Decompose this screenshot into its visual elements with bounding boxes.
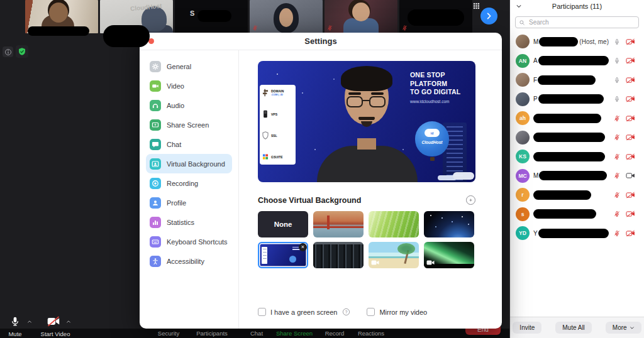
thumbnail-label: None bbox=[258, 211, 308, 237]
sidebar-item-statistics[interactable]: Statistics bbox=[146, 212, 232, 232]
vb-thumbnail-idcloudhost[interactable]: × bbox=[258, 242, 308, 268]
audio-options-chevron[interactable] bbox=[26, 319, 33, 324]
keyboard-icon bbox=[150, 236, 161, 248]
video-tile[interactable] bbox=[325, 0, 397, 33]
camera-off-icon bbox=[47, 316, 60, 327]
next-page-button[interactable] bbox=[480, 8, 497, 25]
video-options-chevron[interactable] bbox=[65, 319, 72, 324]
remove-background-icon[interactable]: × bbox=[299, 243, 307, 251]
gsuite-icon bbox=[262, 153, 269, 161]
name-redaction bbox=[538, 94, 604, 104]
vb-thumbnail-servers[interactable] bbox=[313, 242, 364, 268]
video-file-icon bbox=[426, 259, 435, 266]
sidebar-item-recording[interactable]: Recording bbox=[146, 173, 232, 193]
sidebar-item-share-screen[interactable]: Share Screen bbox=[146, 115, 232, 134]
participant-row[interactable]: ah bbox=[510, 109, 644, 128]
name-redaction bbox=[538, 75, 596, 85]
toolbar-participants[interactable]: Participants bbox=[196, 330, 228, 337]
participant-row[interactable]: P bbox=[510, 90, 644, 109]
banner-service-vps: VPS bbox=[262, 110, 293, 118]
vb-thumbnail-none[interactable]: None bbox=[258, 211, 308, 237]
sidebar-item-virtual-background[interactable]: Virtual Background bbox=[146, 154, 232, 173]
video-tile[interactable] bbox=[250, 0, 323, 33]
more-button[interactable]: More bbox=[606, 322, 641, 334]
participant-name bbox=[533, 114, 609, 123]
start-video-button[interactable] bbox=[47, 316, 60, 327]
mic-status-icon bbox=[614, 210, 620, 218]
info-icon bbox=[4, 48, 12, 56]
video-status-icon bbox=[626, 38, 635, 45]
name-redaction bbox=[533, 190, 591, 200]
participant-row[interactable]: M(Host, me) bbox=[510, 32, 644, 52]
mute-all-button[interactable]: Mute All bbox=[555, 322, 592, 334]
mic-status-icon bbox=[614, 172, 620, 180]
sidebar-item-label: Profile bbox=[167, 199, 186, 207]
encryption-badge[interactable] bbox=[16, 45, 28, 58]
mute-button[interactable] bbox=[10, 316, 20, 327]
vb-thumbnail-bridge[interactable] bbox=[313, 211, 364, 237]
participant-row[interactable]: KS bbox=[510, 147, 644, 166]
participant-name: M bbox=[533, 171, 609, 180]
checkbox[interactable] bbox=[258, 308, 266, 316]
toolbar-record[interactable]: Record bbox=[325, 330, 345, 337]
name-redaction bbox=[539, 171, 607, 180]
sslshield-icon bbox=[262, 131, 269, 139]
search-icon bbox=[519, 19, 525, 26]
participant-name: F bbox=[533, 75, 609, 85]
mic-icon bbox=[10, 316, 20, 327]
participant-row[interactable]: r bbox=[510, 185, 644, 205]
record-icon bbox=[150, 178, 161, 189]
mirror-video-checkbox[interactable]: Mirror my video bbox=[367, 308, 427, 316]
gallery-view-icon[interactable] bbox=[473, 3, 480, 9]
participant-row[interactable]: MCM bbox=[510, 166, 644, 186]
video-gallery-strip: CloudHostS bbox=[25, 0, 472, 33]
banner-website: www.idcloudhost.com bbox=[410, 99, 475, 104]
start-video-label[interactable]: Start Video bbox=[41, 330, 70, 337]
banner-line2: TO GO DIGITAL bbox=[410, 88, 475, 97]
banner-service-label: DOMAIN.COM | .ID bbox=[271, 89, 284, 96]
checkbox[interactable] bbox=[367, 308, 375, 316]
toolbar-reactions[interactable]: Reactions bbox=[358, 330, 384, 337]
vb-thumbnail-beach[interactable] bbox=[369, 242, 419, 268]
invite-button[interactable]: Invite bbox=[513, 322, 541, 334]
sidebar-item-keyboard-shortcuts[interactable]: Keyboard Shortcuts bbox=[146, 232, 232, 251]
vb-thumbnail-earth[interactable] bbox=[424, 211, 474, 237]
participant-name: A bbox=[533, 56, 609, 65]
participant-search[interactable] bbox=[515, 16, 639, 28]
avatar bbox=[516, 35, 530, 48]
mic-status-icon bbox=[614, 76, 620, 84]
banner-headline: ONE STOP PLATFORM TO GO DIGITAL www.idcl… bbox=[410, 71, 475, 104]
chat-icon bbox=[150, 139, 161, 150]
sidebar-item-label: Chat bbox=[167, 141, 181, 148]
participant-row[interactable]: s bbox=[510, 205, 644, 224]
sidebar-item-general[interactable]: General bbox=[146, 57, 232, 76]
collapse-panel-chevron[interactable] bbox=[516, 3, 522, 9]
sidebar-item-chat[interactable]: Chat bbox=[146, 134, 232, 154]
participant-row[interactable]: F bbox=[510, 70, 644, 90]
toolbar-security[interactable]: Security bbox=[158, 330, 179, 337]
video-status-icon bbox=[626, 115, 635, 122]
add-background-button[interactable] bbox=[466, 195, 475, 205]
sidebar-item-accessibility[interactable]: Accessibility bbox=[146, 251, 232, 271]
name-redaction bbox=[538, 56, 609, 65]
sidebar-item-video[interactable]: Video bbox=[146, 76, 232, 95]
sidebar-item-profile[interactable]: Profile bbox=[146, 193, 232, 212]
participant-row[interactable] bbox=[510, 128, 644, 148]
question-icon[interactable]: ? bbox=[342, 308, 350, 316]
svg-text:?: ? bbox=[345, 310, 348, 314]
mute-label[interactable]: Mute bbox=[8, 330, 21, 337]
toolbar-share-screen[interactable]: Share Screen bbox=[276, 330, 313, 337]
participant-row[interactable]: ANA bbox=[510, 52, 644, 71]
search-input[interactable] bbox=[528, 18, 635, 26]
sidebar-item-audio[interactable]: Audio bbox=[146, 95, 232, 115]
vb-thumbnail-aurora[interactable] bbox=[424, 242, 474, 268]
toolbar-chat[interactable]: Chat bbox=[250, 330, 263, 337]
vb-thumbnail-grass[interactable] bbox=[369, 211, 419, 237]
video-status-icon bbox=[626, 77, 635, 84]
settings-titlebar: Settings bbox=[140, 33, 502, 50]
participant-row[interactable]: YDY bbox=[510, 224, 644, 243]
green-screen-checkbox[interactable]: I have a green screen ? bbox=[258, 308, 350, 316]
meeting-info-button[interactable] bbox=[3, 46, 13, 57]
name-redaction bbox=[533, 152, 605, 161]
avatar: AN bbox=[516, 54, 530, 68]
